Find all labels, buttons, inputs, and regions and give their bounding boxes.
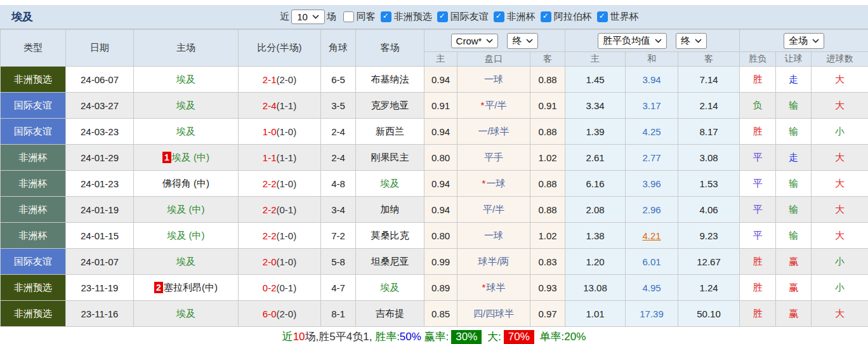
chevron-down-icon xyxy=(526,39,533,43)
result-value: 平 xyxy=(753,204,763,215)
cell-date: 24-01-15 xyxy=(66,223,134,249)
checkbox-label: 非洲杯 xyxy=(507,11,536,23)
checkbox-国际友谊[interactable] xyxy=(437,11,448,22)
cell-home-team: 埃及 xyxy=(134,301,239,327)
half-time-score: (0-1) xyxy=(277,282,297,293)
cell-ah-home-odds: 0.80 xyxy=(424,145,457,171)
cell-away-team: 新西兰 xyxy=(356,119,424,145)
full-time-score: 2-2 xyxy=(263,178,277,189)
europe-odds-group-header: 胜平负均值 终 xyxy=(565,30,740,52)
cell-corners: 2-4 xyxy=(321,145,356,171)
cell-score: 1-0(1-0) xyxy=(239,119,321,145)
cell-corners: 3-5 xyxy=(321,93,356,119)
summary-segment: 20% xyxy=(564,331,586,343)
cell-handicap-result: 赢 xyxy=(776,249,812,275)
checkbox-非洲预选[interactable] xyxy=(381,11,391,22)
away-team-name: 埃及 xyxy=(381,178,400,189)
cell-away-team: 布基纳法 xyxy=(356,67,424,93)
checkbox-同客[interactable] xyxy=(343,11,354,22)
cell-ah-away-odds: 0.88 xyxy=(530,67,565,93)
bookmaker-period-select[interactable]: 终 xyxy=(507,33,538,49)
cell-eu-away-odds: 1.53 xyxy=(678,171,740,197)
col-header-date: 日期 xyxy=(66,30,134,67)
cell-handicap: 平/半 xyxy=(457,197,530,223)
summary-segment: 70% xyxy=(504,330,534,344)
result-value: 胜 xyxy=(753,282,763,293)
result-value: 胜 xyxy=(753,308,763,319)
half-time-score: (0-1) xyxy=(277,204,297,215)
europe-period-select[interactable]: 终 xyxy=(676,33,707,49)
top-whitespace xyxy=(0,0,868,5)
handicap-result-value: 赢 xyxy=(789,308,798,319)
cell-match-type: 非洲预选 xyxy=(1,301,66,327)
cell-score: 6-0(2-0) xyxy=(239,301,321,327)
full-time-score: 1-1 xyxy=(263,152,277,163)
cell-handicap: 四/四球半 xyxy=(457,301,530,327)
cell-eu-home-odds: 1.39 xyxy=(565,119,626,145)
cell-score: 2-1(2-0) xyxy=(239,67,321,93)
draw-odds-value: 4.25 xyxy=(642,126,661,137)
cell-ah-home-odds: 0.89 xyxy=(424,275,457,301)
goals-result-value: 小 xyxy=(835,126,845,136)
cell-eu-home-odds: 2.08 xyxy=(565,197,626,223)
cell-ah-home-odds: 0.99 xyxy=(424,249,457,275)
handicap-name: 一球 xyxy=(484,74,503,84)
cell-date: 24-01-19 xyxy=(66,197,134,223)
checkbox-label: 国际友谊 xyxy=(450,11,489,23)
checkbox-label: 同客 xyxy=(357,11,376,23)
cell-eu-home-odds: 1.45 xyxy=(565,67,626,93)
filter-bar: 近 10 场 同客非洲预选国际友谊非洲杯阿拉伯杯世界杯 xyxy=(42,10,868,24)
match-row: 非洲杯24-01-23佛得角 (中)2-2(1-0)4-8埃及0.94*一球0.… xyxy=(1,171,868,197)
summary-segment: 50% xyxy=(400,331,421,343)
europe-odds-select[interactable]: 胜平负均值 xyxy=(598,33,667,49)
handicap-result-value: 输 xyxy=(789,100,798,110)
cell-ah-away-odds: 0.93 xyxy=(530,275,565,301)
cell-eu-home-odds: 6.16 xyxy=(565,171,626,197)
cell-score: 0-2(0-1) xyxy=(239,275,321,301)
goals-result-value: 大 xyxy=(835,152,845,162)
full-time-score: 2-1 xyxy=(263,74,277,85)
cell-handicap: 平手 xyxy=(457,145,530,171)
sub-header-eu-draw: 和 xyxy=(626,52,678,67)
cell-result: 平 xyxy=(740,223,776,249)
checkbox-世界杯[interactable] xyxy=(597,11,608,22)
games-label: 场 xyxy=(327,11,336,23)
handicap-name: 球半/两 xyxy=(478,256,509,267)
cell-home-team: 埃及 xyxy=(134,119,239,145)
match-row: 非洲杯24-01-19埃及 (中)2-2(0-1)3-4加纳0.94平/半0.8… xyxy=(1,197,868,223)
sub-header-let-ball: 让球 xyxy=(776,52,812,67)
checkbox-阿拉伯杯[interactable] xyxy=(541,11,551,22)
cell-ah-home-odds: 0.94 xyxy=(424,171,457,197)
result-value: 平 xyxy=(753,152,763,162)
cell-eu-away-odds: 8.17 xyxy=(678,119,740,145)
cell-handicap: *平/半 xyxy=(457,93,530,119)
chevron-down-icon xyxy=(695,39,702,43)
cell-ah-away-odds: 0.91 xyxy=(530,93,565,119)
cell-match-type: 国际友谊 xyxy=(1,93,66,119)
near-count-select[interactable]: 10 xyxy=(291,10,325,24)
result-value: 平 xyxy=(753,230,763,241)
cell-away-team: 刚果民主 xyxy=(356,145,424,171)
cell-home-team: 1埃及 (中) xyxy=(134,145,239,171)
checkbox-非洲杯[interactable] xyxy=(494,11,504,22)
checkbox-label: 阿拉伯杯 xyxy=(554,11,592,23)
summary-segment: 10 xyxy=(293,331,305,343)
col-header-type: 类型 xyxy=(1,30,66,67)
cell-match-type: 非洲杯 xyxy=(1,223,66,249)
cell-result: 胜 xyxy=(740,119,776,145)
summary-segment: 大: xyxy=(484,329,501,344)
home-team-name: 埃及 xyxy=(176,308,195,319)
cell-home-team: 埃及 xyxy=(134,249,239,275)
sub-header-goals: 进球数 xyxy=(812,52,868,67)
home-team-name: 埃及 xyxy=(176,126,195,136)
cell-ah-home-odds: 0.94 xyxy=(424,119,457,145)
home-team-name: 佛得角 (中) xyxy=(162,178,209,189)
result-group-header: 全场 xyxy=(740,30,868,52)
cell-eu-draw-odds: 3.17 xyxy=(626,93,678,119)
cell-date: 24-01-07 xyxy=(66,249,134,275)
goals-result-value: 大 xyxy=(835,178,845,189)
bookmaker-select[interactable]: Crow* xyxy=(451,34,499,48)
cell-match-type: 国际友谊 xyxy=(1,119,66,145)
cell-eu-away-odds: 7.14 xyxy=(678,67,740,93)
scope-select[interactable]: 全场 xyxy=(784,33,824,49)
